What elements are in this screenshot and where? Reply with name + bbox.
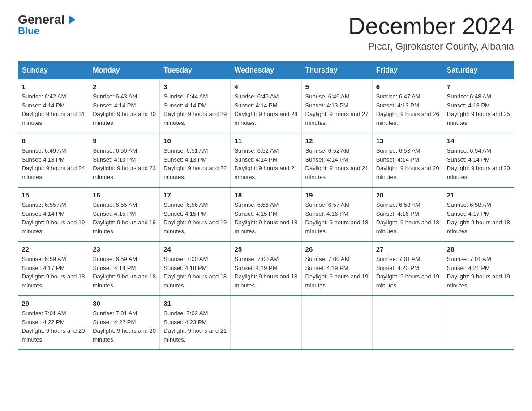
day-info: Sunrise: 7:00 AM Sunset: 4:19 PM Dayligh… [234,255,297,290]
calendar-cell: 14 Sunrise: 6:54 AM Sunset: 4:14 PM Dayl… [443,133,514,187]
sunrise-label: Sunrise: 7:02 AM [163,310,208,317]
calendar-header-tuesday: Tuesday [160,62,231,79]
calendar-cell: 24 Sunrise: 7:00 AM Sunset: 4:18 PM Dayl… [160,241,231,295]
day-info: Sunrise: 6:55 AM Sunset: 4:15 PM Dayligh… [93,201,156,235]
sunset-label: Sunset: 4:13 PM [22,156,65,163]
calendar-cell: 5 Sunrise: 6:46 AM Sunset: 4:13 PM Dayli… [301,79,372,133]
calendar-cell: 27 Sunrise: 7:01 AM Sunset: 4:20 PM Dayl… [372,241,443,295]
sunrise-label: Sunrise: 6:47 AM [376,93,420,100]
sunset-label: Sunset: 4:17 PM [447,210,490,217]
daylight-label: Daylight: 9 hours and 29 minutes. [163,111,227,126]
sunrise-label: Sunrise: 7:00 AM [163,256,208,262]
day-info: Sunrise: 7:00 AM Sunset: 4:18 PM Dayligh… [163,255,227,290]
calendar-cell: 15 Sunrise: 6:55 AM Sunset: 4:14 PM Dayl… [18,187,89,241]
day-info: Sunrise: 6:58 AM Sunset: 4:17 PM Dayligh… [447,201,511,235]
day-number: 9 [93,137,156,145]
day-info: Sunrise: 6:59 AM Sunset: 4:18 PM Dayligh… [93,255,156,290]
daylight-label: Daylight: 9 hours and 18 minutes. [22,273,85,289]
day-number: 12 [305,137,369,145]
day-number: 19 [305,191,369,199]
day-number: 31 [163,300,227,307]
calendar-cell: 9 Sunrise: 6:50 AM Sunset: 4:13 PM Dayli… [89,133,160,187]
sunset-label: Sunset: 4:17 PM [22,265,65,271]
day-number: 22 [22,245,86,253]
day-number: 18 [234,191,297,199]
calendar-cell: 16 Sunrise: 6:55 AM Sunset: 4:15 PM Dayl… [89,187,160,241]
calendar-cell: 19 Sunrise: 6:57 AM Sunset: 4:16 PM Dayl… [301,187,372,241]
title-area: December 2024 Picar, Gjirokaster County,… [348,13,514,52]
day-info: Sunrise: 6:48 AM Sunset: 4:13 PM Dayligh… [447,92,511,127]
day-info: Sunrise: 6:47 AM Sunset: 4:13 PM Dayligh… [376,92,439,127]
day-number: 6 [376,83,439,90]
sunset-label: Sunset: 4:16 PM [305,210,348,217]
daylight-label: Daylight: 9 hours and 18 minutes. [447,219,510,235]
daylight-label: Daylight: 9 hours and 23 minutes. [93,165,156,180]
calendar-cell [231,295,301,350]
day-number: 8 [22,137,86,145]
day-info: Sunrise: 6:52 AM Sunset: 4:14 PM Dayligh… [305,146,369,181]
day-info: Sunrise: 6:56 AM Sunset: 4:15 PM Dayligh… [163,201,227,235]
day-info: Sunrise: 6:46 AM Sunset: 4:13 PM Dayligh… [305,92,369,127]
svg-marker-0 [69,15,75,24]
sunset-label: Sunset: 4:14 PM [376,156,419,163]
sunrise-label: Sunrise: 6:55 AM [93,201,137,208]
calendar-cell: 29 Sunrise: 7:01 AM Sunset: 4:22 PM Dayl… [18,295,89,350]
calendar-cell: 6 Sunrise: 6:47 AM Sunset: 4:13 PM Dayli… [372,79,443,133]
daylight-label: Daylight: 9 hours and 25 minutes. [447,111,510,126]
daylight-label: Daylight: 9 hours and 22 minutes. [163,165,227,180]
daylight-label: Daylight: 9 hours and 18 minutes. [376,219,439,235]
day-number: 30 [93,300,156,307]
sunrise-label: Sunrise: 7:01 AM [447,256,491,262]
logo-name-black: General [18,13,64,26]
sunrise-label: Sunrise: 7:00 AM [305,256,350,262]
day-number: 16 [93,191,156,199]
calendar-cell: 7 Sunrise: 6:48 AM Sunset: 4:13 PM Dayli… [443,79,514,133]
calendar-cell: 22 Sunrise: 6:59 AM Sunset: 4:17 PM Dayl… [18,241,89,295]
day-info: Sunrise: 6:56 AM Sunset: 4:15 PM Dayligh… [234,201,297,235]
day-info: Sunrise: 6:51 AM Sunset: 4:13 PM Dayligh… [163,146,227,181]
sunset-label: Sunset: 4:22 PM [93,319,136,325]
calendar-cell: 18 Sunrise: 6:56 AM Sunset: 4:15 PM Dayl… [231,187,301,241]
day-info: Sunrise: 6:49 AM Sunset: 4:13 PM Dayligh… [22,146,86,181]
calendar-cell [443,295,514,350]
sunset-label: Sunset: 4:23 PM [163,319,206,325]
calendar-cell: 20 Sunrise: 6:58 AM Sunset: 4:16 PM Dayl… [372,187,443,241]
day-info: Sunrise: 6:55 AM Sunset: 4:14 PM Dayligh… [22,201,86,235]
daylight-label: Daylight: 9 hours and 18 minutes. [234,273,297,289]
sunrise-label: Sunrise: 7:01 AM [376,256,420,262]
sunrise-label: Sunrise: 6:43 AM [93,93,137,100]
sunrise-label: Sunrise: 6:50 AM [93,147,137,154]
day-info: Sunrise: 7:02 AM Sunset: 4:23 PM Dayligh… [163,309,227,344]
sunset-label: Sunset: 4:16 PM [376,210,419,217]
daylight-label: Daylight: 9 hours and 27 minutes. [305,111,369,126]
day-info: Sunrise: 6:45 AM Sunset: 4:14 PM Dayligh… [234,92,297,127]
calendar-cell: 21 Sunrise: 6:58 AM Sunset: 4:17 PM Dayl… [443,187,514,241]
sunrise-label: Sunrise: 6:52 AM [305,147,350,154]
calendar-header-friday: Friday [372,62,443,79]
day-info: Sunrise: 7:01 AM Sunset: 4:22 PM Dayligh… [22,309,86,344]
calendar-header-monday: Monday [89,62,160,79]
sunset-label: Sunset: 4:20 PM [376,265,419,271]
day-info: Sunrise: 6:44 AM Sunset: 4:14 PM Dayligh… [163,92,227,127]
daylight-label: Daylight: 9 hours and 18 minutes. [93,273,156,289]
daylight-label: Daylight: 9 hours and 19 minutes. [305,273,369,289]
sunset-label: Sunset: 4:19 PM [305,265,348,271]
day-info: Sunrise: 6:58 AM Sunset: 4:16 PM Dayligh… [376,201,439,235]
logo-arrow-icon [64,13,77,26]
day-number: 20 [376,191,439,199]
day-number: 26 [305,245,369,253]
day-info: Sunrise: 7:00 AM Sunset: 4:19 PM Dayligh… [305,255,369,290]
day-number: 3 [163,83,227,90]
logo: General Blue [18,13,77,37]
calendar-cell: 23 Sunrise: 6:59 AM Sunset: 4:18 PM Dayl… [89,241,160,295]
sunrise-label: Sunrise: 6:52 AM [234,147,279,154]
sunset-label: Sunset: 4:15 PM [234,210,277,217]
calendar-cell: 30 Sunrise: 7:01 AM Sunset: 4:22 PM Dayl… [89,295,160,350]
sunset-label: Sunset: 4:14 PM [93,102,136,109]
daylight-label: Daylight: 9 hours and 18 minutes. [234,219,297,235]
sunset-label: Sunset: 4:14 PM [234,156,277,163]
daylight-label: Daylight: 9 hours and 19 minutes. [22,219,85,235]
day-number: 7 [447,83,511,90]
sunrise-label: Sunrise: 6:51 AM [163,147,208,154]
sunset-label: Sunset: 4:18 PM [93,265,136,271]
